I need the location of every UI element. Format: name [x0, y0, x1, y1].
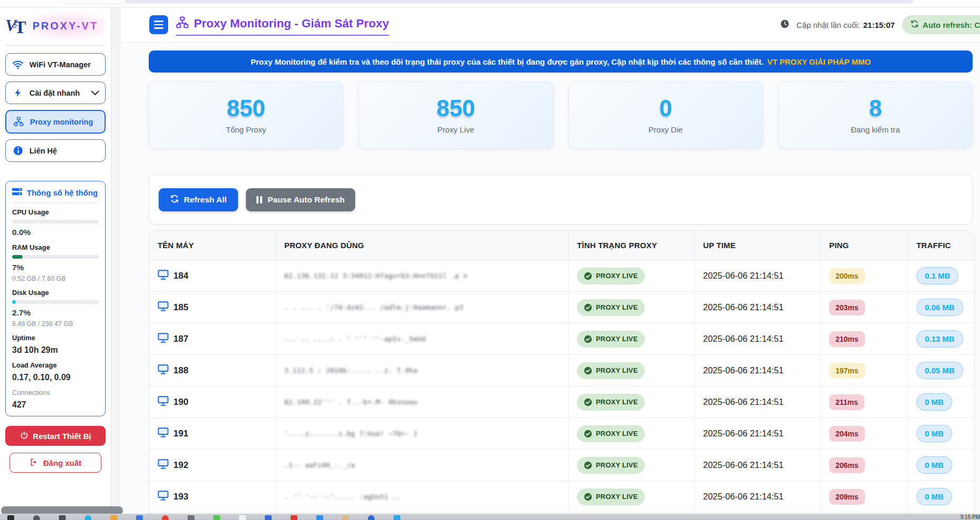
sidebar-item-contact[interactable]: Liên Hệ [5, 139, 106, 162]
ping-badge: 203ms [829, 300, 865, 315]
menu-toggle-button[interactable] [149, 15, 168, 34]
ping-badge: 210ms [829, 331, 865, 347]
sidebar-item-proxy-monitoring[interactable]: Proxy monitoring [5, 110, 106, 134]
traffic-badge: 0.1 MB [916, 267, 958, 284]
disk-usage-label: Disk Usage [12, 289, 99, 297]
pause-label: Pause Auto Refresh [267, 195, 345, 205]
status-badge: PROXY LIVE [577, 488, 645, 505]
status-badge: PROXY LIVE [577, 299, 645, 316]
check-circle-icon [584, 272, 592, 280]
machine-name: 193 [173, 492, 188, 502]
col-header-machine[interactable]: TÊN MÁY [149, 231, 276, 260]
app-icon[interactable] [136, 515, 143, 520]
auto-refresh-label: Auto refresh: C [923, 21, 980, 29]
ram-usage-metric: RAM Usage 7% 0.52 GB / 7.60 GB [12, 243, 99, 282]
check-circle-icon [584, 430, 592, 438]
status-badge: PROXY LIVE [577, 331, 645, 348]
ping-badge: 209ms [829, 489, 865, 505]
network-icon [12, 117, 25, 127]
col-header-ping[interactable]: PING [821, 231, 908, 260]
refresh-all-label: Refresh All [184, 195, 226, 205]
refresh-all-button[interactable]: Refresh All [159, 188, 238, 211]
sidebar-scroll-gutter[interactable] [111, 7, 120, 520]
vt-monogram-icon: V T [5, 15, 28, 36]
page-title: Proxy Monitoring - Giám Sát Proxy [194, 17, 389, 30]
sidebar-item-label: WiFi VT-Manager [29, 60, 91, 69]
traffic-badge: 0 MB [916, 393, 952, 411]
logout-label: Đăng xuất [43, 458, 81, 467]
folder-icon[interactable] [110, 515, 117, 520]
chrome-icon[interactable] [162, 515, 169, 520]
app-icon[interactable] [188, 515, 194, 520]
app-icon[interactable] [368, 515, 375, 520]
uptime-cell: 2025-06-06 21:14:51 [695, 323, 821, 354]
col-header-status[interactable]: TÌNH TRẠNG PROXY [569, 231, 695, 260]
logout-button[interactable]: Đăng xuất [9, 453, 102, 473]
app-icon[interactable] [239, 515, 246, 520]
traffic-badge: 0.05 MB [916, 362, 963, 379]
proxy-vt-dashboard: V T PROXY-VT WiFi VT-Manager Cài đặt nha… [0, 0, 980, 520]
traffic-badge: 0.13 MB [916, 330, 963, 348]
app-icon[interactable] [316, 515, 323, 520]
col-header-uptime[interactable]: UP TIME [695, 231, 821, 260]
col-header-traffic[interactable]: TRAFFIC [908, 231, 974, 260]
monitor-icon [158, 491, 169, 503]
stat-card-proxy-die: 0 Proxy Die [569, 81, 763, 149]
col-header-proxy[interactable]: PROXY ĐANG DÙNG [276, 231, 569, 260]
table-row[interactable]: 187 ... .. ....: . ' ''' ''-apIv._5eUd P… [149, 323, 974, 355]
status-badge: PROXY LIVE [577, 362, 645, 379]
machine-name: 191 [173, 429, 188, 439]
status-badge: PROXY LIVE [577, 394, 645, 411]
app-icon[interactable] [265, 515, 272, 520]
disk-usage-metric: Disk Usage 2.7% 6.48 GB / 238.47 GB [12, 289, 99, 328]
banner-text: Proxy Monitoring để kiểm tra và theo dõi… [251, 57, 764, 66]
banner-highlight: VT PROXY GIẢI PHÁP MMO [767, 57, 871, 66]
restart-device-label: Restart Thiết Bị [33, 432, 91, 441]
connections-metric: Connections 427 [12, 389, 99, 410]
search-icon[interactable] [33, 515, 40, 520]
disk-usage-detail: 6.48 GB / 238.47 GB [12, 320, 99, 328]
table-row[interactable]: 185 . . ... . '/74:4z42... /adlm.j:0aama… [149, 292, 974, 323]
status-badge: PROXY LIVE [577, 425, 645, 442]
telegram-icon[interactable] [394, 515, 400, 520]
sidebar-item-quick-setup[interactable]: Cài đặt nhanh [5, 81, 106, 104]
stat-value: 8 [869, 97, 882, 120]
refresh-icon [170, 195, 179, 205]
table-row[interactable]: 193 . '' '-- --'..... :agGsS1 .. PROXY L… [149, 481, 974, 513]
info-banner: Proxy Monitoring để kiểm tra và theo dõi… [149, 50, 973, 73]
restart-device-button[interactable]: Restart Thiết Bị [5, 426, 106, 446]
pause-auto-refresh-button[interactable]: Pause Auto Refresh [246, 188, 355, 211]
brand-name: PROXY-VT [33, 20, 98, 32]
table-row[interactable]: 184 62.136.132.12 3:34912:H7agvrb3:Hnn7X… [149, 260, 974, 292]
browser-tab-remnant [63, 0, 125, 4]
clock-icon [780, 19, 789, 30]
status-badge: PROXY LIVE [577, 268, 645, 284]
sidebar-item-wifi-manager[interactable]: WiFi VT-Manager [5, 53, 106, 76]
table-row[interactable]: 188 3.112.5 : 2910b:..... ..z. T.9ha PRO… [149, 355, 974, 386]
ping-badge: 204ms [829, 426, 865, 442]
bolt-icon [12, 88, 24, 98]
app-icon[interactable] [213, 515, 220, 520]
uptime-label: Uptime [12, 334, 99, 342]
table-row[interactable]: 190 82.100.22''' . f..-b+.M- 0ksnuwu PRO… [149, 386, 974, 418]
table-row[interactable]: 192 .1-- aaFz4H_.._/a PROXY LIVE 2025-06… [149, 450, 974, 481]
ram-usage-value: 7% [12, 263, 99, 272]
network-title-icon [176, 16, 189, 31]
monitor-icon [158, 301, 169, 314]
load-average-value: 0.17, 0.10, 0.09 [12, 373, 99, 382]
last-update-time: 21:15:07 [863, 21, 895, 29]
notepad-icon[interactable] [342, 515, 349, 520]
auto-refresh-badge[interactable]: Auto refresh: C [902, 15, 980, 34]
windows-taskbar[interactable]: 9:15 PM [0, 514, 980, 520]
edge-icon[interactable] [85, 515, 91, 520]
status-badge: PROXY LIVE [577, 457, 645, 474]
task-view-icon[interactable] [59, 515, 66, 520]
system-stats-title: Thông số hệ thống [27, 188, 98, 197]
brand-logo[interactable]: V T PROXY-VT [5, 11, 106, 41]
info-icon [12, 146, 24, 156]
uptime-cell: 2025-06-06 21:14:51 [695, 355, 821, 386]
app-icon[interactable] [291, 515, 297, 520]
proxy-string: .1-- aaFz4H_.._/a [284, 461, 355, 469]
table-row[interactable]: 191 '....z.......z.bg 7:Uua! ~7Q>- 1 PRO… [149, 418, 974, 450]
windows-start-icon[interactable] [7, 515, 14, 520]
